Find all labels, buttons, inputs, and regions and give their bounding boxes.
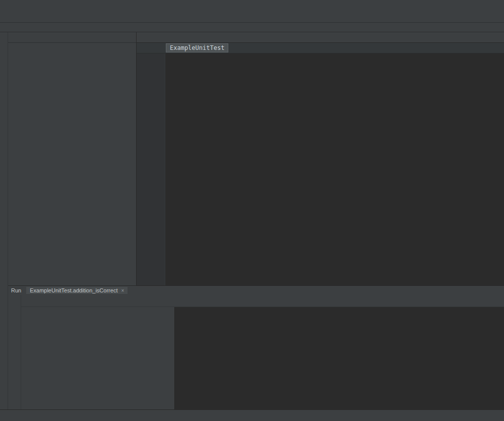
main-toolbar [0,10,504,23]
code-area[interactable] [137,53,504,55]
run-console[interactable] [174,307,504,409]
editor-context-strip: ExampleUnitTest [137,43,504,53]
run-panel-body [8,295,504,409]
run-panel-header: Run ExampleUnitTest.addition_isCorrect × [8,286,504,295]
run-panel: Run ExampleUnitTest.addition_isCorrect × [8,285,504,409]
menu-bar [0,0,504,10]
status-bar [0,409,504,421]
run-panel-title: Run [11,287,21,293]
project-panel [8,32,136,285]
left-tool-stripe [0,32,8,409]
test-tree [21,307,174,409]
editor-gutter [137,53,165,285]
context-header: ExampleUnitTest [166,43,228,52]
editor-tabs [137,32,504,43]
close-icon[interactable]: × [121,288,124,293]
run-toolbar [21,295,504,307]
run-config-tab-label: ExampleUnitTest.addition_isCorrect [30,287,117,293]
run-vertical-toolbar [8,295,21,409]
project-panel-header [8,32,136,43]
breadcrumb [0,23,504,32]
editor: ExampleUnitTest [136,32,504,285]
run-config-tab[interactable]: ExampleUnitTest.addition_isCorrect × [26,287,128,294]
editor-body[interactable] [137,53,504,285]
project-tree [8,43,136,285]
